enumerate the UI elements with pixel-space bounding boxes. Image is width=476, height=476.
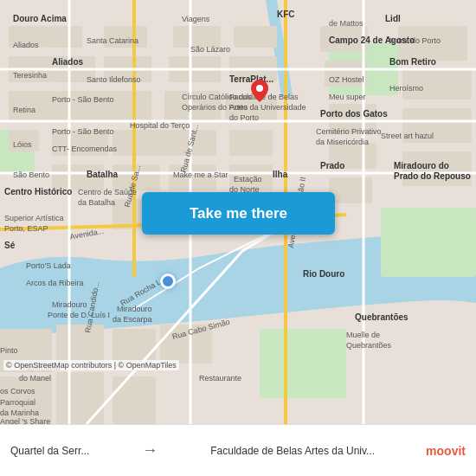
svg-text:Artes da Universidade: Artes da Universidade xyxy=(229,103,306,112)
svg-text:Miradouro do: Miradouro do xyxy=(394,161,449,170)
map-container: Douro Acima Aliados Aliados Teresinha Sa… xyxy=(0,0,476,424)
svg-text:Superior Artística: Superior Artística xyxy=(4,214,64,222)
destination-pin xyxy=(251,80,268,102)
svg-text:Meu super: Meu super xyxy=(329,93,366,101)
svg-text:Douro Acima: Douro Acima xyxy=(13,14,67,23)
svg-text:Prado: Prado xyxy=(320,161,344,170)
to-location-label: Faculdade de Belas Artes da Univ... xyxy=(210,445,375,457)
svg-rect-3 xyxy=(381,208,476,277)
svg-text:OZ Hostel: OZ Hostel xyxy=(329,75,364,84)
svg-text:da Escarpa: da Escarpa xyxy=(113,315,152,324)
svg-text:do Manel: do Manel xyxy=(19,374,51,383)
svg-text:Street art hazul: Street art hazul xyxy=(381,132,434,140)
svg-rect-45 xyxy=(56,372,104,424)
svg-text:Quebrantões: Quebrantões xyxy=(355,312,408,322)
svg-rect-41 xyxy=(56,325,104,363)
svg-text:Prado do Repouso: Prado do Repouso xyxy=(394,171,471,181)
svg-text:Hospital do Terço: Hospital do Terço xyxy=(130,121,190,130)
svg-text:Santa Catarina: Santa Catarina xyxy=(87,36,138,45)
svg-text:Bom Retiro: Bom Retiro xyxy=(389,57,436,67)
svg-text:Miradouro: Miradouro xyxy=(52,300,87,309)
svg-text:Aliados: Aliados xyxy=(52,57,84,67)
svg-text:Angel 's Share: Angel 's Share xyxy=(0,417,50,424)
svg-text:Porto, ESAP: Porto, ESAP xyxy=(4,224,48,233)
svg-text:Teresinha: Teresinha xyxy=(13,71,47,80)
take-me-there-button[interactable]: Take me there xyxy=(142,192,335,235)
bottom-bar: Quartel da Serr... → Faculdade de Belas … xyxy=(0,424,476,476)
svg-text:Porto - São Bento: Porto - São Bento xyxy=(52,127,114,136)
svg-text:Cemitério Privativo: Cemitério Privativo xyxy=(316,127,382,136)
arrow-icon: → xyxy=(142,441,158,460)
svg-text:Parroquial: Parroquial xyxy=(0,398,35,407)
osm-credit: © OpenStreetMap contributors | © OpenMap… xyxy=(3,360,179,370)
current-location-dot xyxy=(160,273,176,289)
svg-text:São Bento: São Bento xyxy=(13,170,49,179)
svg-text:Retina: Retina xyxy=(13,106,35,114)
svg-rect-35 xyxy=(329,177,372,203)
svg-text:da Misericórdia: da Misericórdia xyxy=(316,138,369,146)
from-location-label: Quartel da Serr... xyxy=(10,445,89,457)
svg-point-137 xyxy=(256,85,263,92)
svg-text:da Batalha: da Batalha xyxy=(78,198,115,207)
svg-text:Estação: Estação xyxy=(234,175,262,183)
svg-rect-4 xyxy=(260,329,346,398)
svg-text:Aliados: Aliados xyxy=(13,41,39,49)
svg-text:Rio Douro: Rio Douro xyxy=(303,269,344,279)
svg-text:Lidl: Lidl xyxy=(385,14,401,23)
svg-text:de Mattos: de Mattos xyxy=(329,19,363,28)
svg-text:Mural do Porto: Mural do Porto xyxy=(389,36,441,45)
svg-text:KFC: KFC xyxy=(277,10,295,19)
svg-text:Lóios: Lóios xyxy=(13,140,32,149)
svg-text:Viagens: Viagens xyxy=(182,15,210,23)
svg-text:CTT- Encomendas: CTT- Encomendas xyxy=(52,145,118,153)
svg-text:Restaurante: Restaurante xyxy=(199,374,241,383)
svg-text:Santo Ildefonso: Santo Ildefonso xyxy=(87,75,141,84)
svg-text:Porto - São Bento: Porto - São Bento xyxy=(52,95,114,104)
svg-text:Heroísmo: Heroísmo xyxy=(389,84,423,93)
svg-text:Porto'S Lada: Porto'S Lada xyxy=(26,261,71,270)
moovit-logo-text: moovit xyxy=(426,444,466,458)
svg-text:Quebrantões: Quebrantões xyxy=(346,341,392,350)
moovit-logo: moovit xyxy=(426,444,466,458)
svg-text:Ponte de D. Luís I: Ponte de D. Luís I xyxy=(48,311,110,319)
svg-text:Muelle de: Muelle de xyxy=(346,331,380,339)
svg-text:Batalha: Batalha xyxy=(87,170,119,179)
svg-text:da Marinha: da Marinha xyxy=(0,408,39,417)
svg-text:Pinto: Pinto xyxy=(0,346,18,355)
svg-text:os Corvos: os Corvos xyxy=(0,387,35,396)
svg-text:do Porto: do Porto xyxy=(229,113,259,122)
svg-rect-17 xyxy=(113,130,169,156)
svg-text:Ilha: Ilha xyxy=(273,170,288,179)
svg-text:São Lázaro: São Lázaro xyxy=(190,45,230,54)
svg-rect-29 xyxy=(229,130,273,156)
svg-text:Sé: Sé xyxy=(4,241,16,250)
svg-rect-9 xyxy=(48,26,82,48)
svg-rect-26 xyxy=(234,26,277,48)
svg-rect-46 xyxy=(113,376,156,424)
svg-text:Arcos da Ribeira: Arcos da Ribeira xyxy=(26,279,84,287)
svg-text:Centro Histórico: Centro Histórico xyxy=(4,187,72,196)
svg-text:Porto dos Gatos: Porto dos Gatos xyxy=(320,109,388,119)
